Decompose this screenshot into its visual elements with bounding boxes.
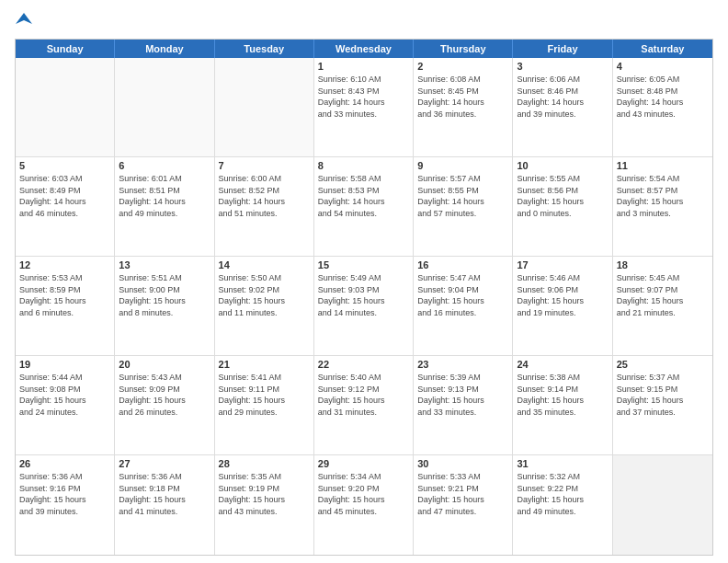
cell-info-line: Sunset: 9:11 PM [219,384,310,396]
cell-info-line: Sunset: 8:52 PM [219,185,310,197]
calendar-cell-1-5: 2Sunrise: 6:08 AMSunset: 8:45 PMDaylight… [414,58,513,156]
calendar-cell-5-2: 27Sunrise: 5:36 AMSunset: 9:18 PMDayligh… [115,455,214,555]
cell-info-line: Daylight: 15 hours [19,295,110,307]
day-header-thursday: Thursday [414,40,513,58]
cell-info-line: Sunset: 9:13 PM [417,384,508,396]
cell-info-line: and 19 minutes. [517,307,608,319]
cell-info-line: Sunrise: 5:43 AM [119,372,210,384]
day-number: 16 [417,259,508,270]
day-number: 4 [617,61,709,72]
cell-info-line: Sunrise: 6:01 AM [119,173,210,185]
cell-info-line: Daylight: 15 hours [219,395,310,407]
calendar-cell-3-2: 13Sunrise: 5:51 AMSunset: 9:00 PMDayligh… [115,257,214,355]
calendar-week-2: 5Sunrise: 6:03 AMSunset: 8:49 PMDaylight… [16,157,712,257]
calendar-cell-5-4: 29Sunrise: 5:34 AMSunset: 9:20 PMDayligh… [314,455,414,555]
day-number: 24 [517,359,608,370]
cell-info-line: Sunset: 8:45 PM [417,86,508,98]
cell-info-line: and 39 minutes. [19,506,110,518]
cell-info-line: Daylight: 15 hours [119,295,210,307]
cell-info-line: Daylight: 15 hours [19,494,110,506]
calendar-cell-4-5: 23Sunrise: 5:39 AMSunset: 9:13 PMDayligh… [414,356,513,454]
cell-info-line: Sunrise: 5:32 AM [517,471,608,483]
cell-info-line: Daylight: 15 hours [617,295,709,307]
cell-info-line: Daylight: 15 hours [119,494,210,506]
cell-info-line: Sunset: 9:21 PM [417,483,508,495]
cell-info-line: Sunset: 9:09 PM [119,384,210,396]
calendar-cell-4-3: 21Sunrise: 5:41 AMSunset: 9:11 PMDayligh… [215,356,314,454]
cell-info-line: Daylight: 14 hours [417,196,508,208]
cell-info-line: Sunset: 8:55 PM [417,185,508,197]
day-header-sunday: Sunday [16,40,115,58]
cell-info-line: Daylight: 15 hours [219,494,310,506]
cell-info-line: and 21 minutes. [617,307,709,319]
cell-info-line: Daylight: 15 hours [417,494,508,506]
cell-info-line: Sunset: 9:12 PM [318,384,409,396]
cell-info-line: Daylight: 15 hours [417,295,508,307]
cell-info-line: Daylight: 15 hours [219,295,310,307]
cell-info-line: Sunrise: 5:38 AM [517,372,608,384]
cell-info-line: Daylight: 15 hours [417,395,508,407]
calendar-week-3: 12Sunrise: 5:53 AMSunset: 8:59 PMDayligh… [16,257,712,356]
cell-info-line: Sunset: 9:07 PM [617,284,709,296]
cell-info-line: Sunrise: 6:06 AM [517,74,608,86]
day-number: 20 [119,359,210,370]
day-number: 12 [19,259,110,270]
cell-info-line: and 33 minutes. [318,109,409,121]
cell-info-line: Sunrise: 5:55 AM [517,173,608,185]
calendar-cell-5-3: 28Sunrise: 5:35 AMSunset: 9:19 PMDayligh… [215,455,314,555]
cell-info-line: Daylight: 14 hours [318,196,409,208]
day-number: 17 [517,259,608,270]
cell-info-line: Sunset: 8:48 PM [617,86,709,98]
cell-info-line: Sunset: 9:16 PM [19,483,110,495]
cell-info-line: Sunrise: 5:34 AM [318,471,409,483]
calendar-cell-1-4: 1Sunrise: 6:10 AMSunset: 8:43 PMDaylight… [314,58,414,156]
cell-info-line: and 8 minutes. [119,307,210,319]
cell-info-line: Daylight: 15 hours [318,395,409,407]
cell-info-line: Daylight: 14 hours [19,196,110,208]
calendar-cell-4-7: 25Sunrise: 5:37 AMSunset: 9:15 PMDayligh… [613,356,712,454]
day-number: 27 [119,458,210,469]
cell-info-line: Sunrise: 6:10 AM [318,74,409,86]
page: SundayMondayTuesdayWednesdayThursdayFrid… [0,0,728,563]
calendar-cell-1-7: 4Sunrise: 6:05 AMSunset: 8:48 PMDaylight… [613,58,712,156]
cell-info-line: and 29 minutes. [219,407,310,419]
svg-marker-0 [16,13,32,24]
day-number: 2 [417,61,508,72]
calendar-cell-4-1: 19Sunrise: 5:44 AMSunset: 9:08 PMDayligh… [16,356,115,454]
cell-info-line: Sunset: 9:14 PM [517,384,608,396]
cell-info-line: Sunset: 8:56 PM [517,185,608,197]
cell-info-line: Sunset: 9:03 PM [318,284,409,296]
cell-info-line: Sunset: 8:51 PM [119,185,210,197]
cell-info-line: Sunset: 9:18 PM [119,483,210,495]
cell-info-line: Sunrise: 5:35 AM [219,471,310,483]
cell-info-line: and 0 minutes. [517,208,608,220]
cell-info-line: and 46 minutes. [19,208,110,220]
calendar-cell-3-5: 16Sunrise: 5:47 AMSunset: 9:04 PMDayligh… [414,257,513,355]
day-number: 3 [517,61,608,72]
cell-info-line: Daylight: 15 hours [318,494,409,506]
cell-info-line: Daylight: 14 hours [617,97,709,109]
cell-info-line: Sunrise: 6:03 AM [19,173,110,185]
cell-info-line: Daylight: 15 hours [318,295,409,307]
cell-info-line: Sunrise: 6:08 AM [417,74,508,86]
cell-info-line: and 11 minutes. [219,307,310,319]
calendar-cell-4-6: 24Sunrise: 5:38 AMSunset: 9:14 PMDayligh… [513,356,612,454]
calendar-header: SundayMondayTuesdayWednesdayThursdayFrid… [16,40,712,58]
cell-info-line: Sunrise: 5:37 AM [617,372,709,384]
cell-info-line: Sunset: 8:49 PM [19,185,110,197]
cell-info-line: Daylight: 14 hours [119,196,210,208]
calendar-cell-1-6: 3Sunrise: 6:06 AMSunset: 8:46 PMDaylight… [513,58,612,156]
cell-info-line: Sunset: 9:00 PM [119,284,210,296]
cell-info-line: Sunrise: 5:50 AM [219,272,310,284]
header [15,11,713,31]
calendar: SundayMondayTuesdayWednesdayThursdayFrid… [15,39,713,556]
cell-info-line: Sunset: 9:06 PM [517,284,608,296]
calendar-week-5: 26Sunrise: 5:36 AMSunset: 9:16 PMDayligh… [16,455,712,555]
day-header-friday: Friday [513,40,612,58]
cell-info-line: and 24 minutes. [19,407,110,419]
calendar-cell-2-5: 9Sunrise: 5:57 AMSunset: 8:55 PMDaylight… [414,157,513,256]
cell-info-line: and 3 minutes. [617,208,709,220]
cell-info-line: and 43 minutes. [617,109,709,121]
cell-info-line: and 49 minutes. [119,208,210,220]
cell-info-line: Sunrise: 5:33 AM [417,471,508,483]
